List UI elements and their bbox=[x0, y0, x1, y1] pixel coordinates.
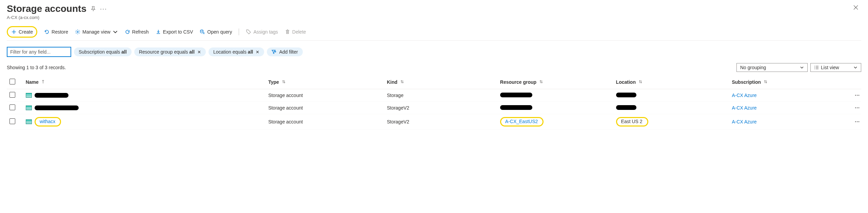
subscription-link[interactable]: A-CX Azure bbox=[732, 105, 756, 111]
svg-point-1 bbox=[200, 30, 203, 31]
table-row[interactable]: Storage accountStorageV2A-CX Azure··· bbox=[7, 102, 861, 114]
delete-button: Delete bbox=[285, 28, 306, 36]
storage-accounts-table: Name Type Kind Resource group Location S… bbox=[7, 75, 861, 130]
add-filter-button[interactable]: Add filter bbox=[267, 47, 302, 56]
restore-label: Restore bbox=[52, 29, 68, 35]
remove-filter-icon[interactable]: ✕ bbox=[256, 50, 259, 55]
column-header-kind[interactable]: Kind bbox=[384, 75, 497, 89]
resource-group-link[interactable]: A-CX_EastUS2 bbox=[505, 119, 538, 124]
sort-asc-icon bbox=[41, 80, 45, 84]
sort-icon bbox=[764, 80, 768, 84]
create-button[interactable]: Create bbox=[11, 28, 33, 36]
storage-account-icon bbox=[26, 105, 32, 110]
kind-cell: Storage bbox=[384, 89, 497, 102]
annotation-highlight: withacx bbox=[35, 117, 61, 127]
table-row[interactable]: Storage accountStorageA-CX Azure··· bbox=[7, 89, 861, 102]
filter-pill-resource-group[interactable]: Resource group equals all ✕ bbox=[134, 47, 206, 56]
open-query-button[interactable]: Open query bbox=[200, 28, 232, 36]
resource-name-link[interactable]: withacx bbox=[40, 119, 56, 124]
annotation-highlight: A-CX_EastUS2 bbox=[500, 117, 544, 127]
redacted-text bbox=[500, 105, 532, 110]
pin-icon[interactable] bbox=[91, 6, 96, 12]
sort-icon bbox=[638, 80, 643, 84]
column-header-name[interactable]: Name bbox=[23, 75, 265, 89]
assign-tags-label: Assign tags bbox=[253, 29, 278, 35]
command-bar: Create Restore Manage view Refresh Expor… bbox=[7, 26, 861, 41]
refresh-button[interactable]: Refresh bbox=[125, 28, 149, 36]
restore-button[interactable]: Restore bbox=[44, 28, 68, 36]
toolbar-separator bbox=[239, 28, 239, 35]
row-checkbox[interactable] bbox=[9, 92, 15, 98]
column-header-subscription[interactable]: Subscription bbox=[729, 75, 845, 89]
filter-pill-location[interactable]: Location equals all ✕ bbox=[209, 47, 264, 56]
type-cell: Storage account bbox=[265, 114, 384, 130]
delete-label: Delete bbox=[292, 29, 306, 35]
assign-tags-button: Assign tags bbox=[246, 28, 278, 36]
row-more-icon[interactable]: ··· bbox=[845, 102, 861, 114]
kind-cell: StorageV2 bbox=[384, 114, 497, 130]
row-more-icon[interactable]: ··· bbox=[845, 114, 861, 130]
kind-cell: StorageV2 bbox=[384, 102, 497, 114]
svg-point-0 bbox=[77, 31, 78, 33]
create-label: Create bbox=[19, 29, 33, 35]
row-checkbox[interactable] bbox=[9, 118, 15, 124]
type-cell: Storage account bbox=[265, 102, 384, 114]
chevron-down-icon bbox=[853, 65, 857, 70]
type-cell: Storage account bbox=[265, 89, 384, 102]
record-count-text: Showing 1 to 3 of 3 records. bbox=[7, 65, 66, 70]
manage-view-label: Manage view bbox=[82, 29, 111, 35]
more-icon[interactable]: ··· bbox=[100, 5, 107, 13]
sort-icon bbox=[400, 80, 404, 84]
redacted-text bbox=[616, 105, 636, 110]
manage-view-button[interactable]: Manage view bbox=[75, 28, 118, 36]
column-header-type[interactable]: Type bbox=[265, 75, 384, 89]
export-csv-button[interactable]: Export to CSV bbox=[156, 28, 193, 36]
storage-account-icon bbox=[26, 93, 32, 98]
redacted-text bbox=[500, 93, 532, 97]
column-header-resource-group[interactable]: Resource group bbox=[497, 75, 613, 89]
column-header-location[interactable]: Location bbox=[613, 75, 729, 89]
grouping-dropdown[interactable]: No grouping bbox=[736, 63, 808, 72]
table-row[interactable]: withacxStorage accountStorageV2A-CX_East… bbox=[7, 114, 861, 130]
subscription-link[interactable]: A-CX Azure bbox=[732, 119, 756, 124]
remove-filter-icon[interactable]: ✕ bbox=[197, 50, 201, 55]
location-cell: East US 2 bbox=[621, 119, 643, 124]
annotation-highlight: East US 2 bbox=[616, 117, 648, 127]
close-icon[interactable] bbox=[850, 3, 861, 12]
subscription-link[interactable]: A-CX Azure bbox=[732, 93, 756, 98]
sort-icon bbox=[282, 80, 286, 84]
open-query-label: Open query bbox=[207, 29, 232, 35]
storage-account-icon bbox=[26, 119, 32, 124]
annotation-highlight: Create bbox=[7, 26, 37, 38]
chevron-down-icon bbox=[113, 29, 118, 35]
export-label: Export to CSV bbox=[163, 29, 193, 35]
filter-input[interactable] bbox=[7, 47, 71, 57]
row-checkbox[interactable] bbox=[9, 104, 15, 110]
filter-pill-subscription[interactable]: Subscription equals all bbox=[74, 47, 132, 56]
redacted-text bbox=[35, 105, 79, 110]
redacted-text bbox=[35, 93, 68, 98]
chevron-down-icon bbox=[800, 65, 804, 70]
redacted-text bbox=[616, 93, 636, 97]
row-more-icon[interactable]: ··· bbox=[845, 89, 861, 102]
select-all-checkbox[interactable] bbox=[9, 79, 15, 84]
refresh-label: Refresh bbox=[132, 29, 149, 35]
filter-bar: Subscription equals all Resource group e… bbox=[7, 47, 861, 57]
view-mode-dropdown[interactable]: List view bbox=[810, 63, 861, 72]
directory-subtitle: A-CX (a-cx.com) bbox=[7, 15, 107, 20]
sort-icon bbox=[539, 80, 543, 84]
page-title: Storage accounts bbox=[7, 3, 86, 14]
